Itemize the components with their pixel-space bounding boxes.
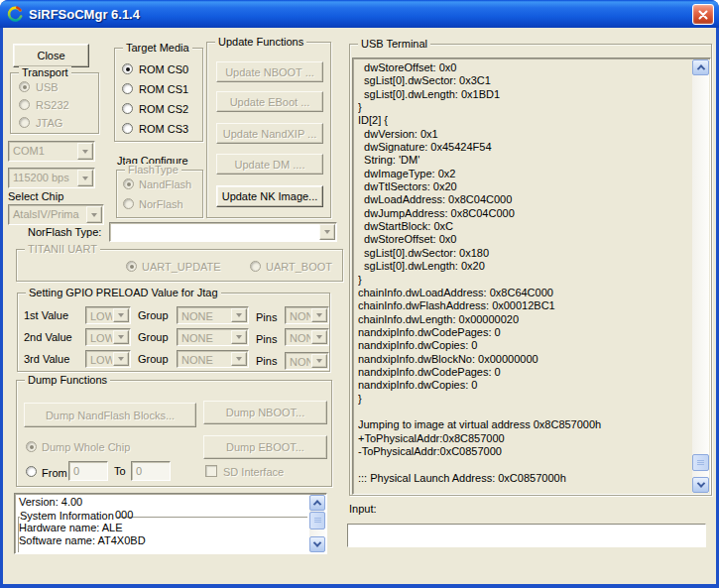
radio-nandflash-label: NandFlash (139, 178, 191, 190)
scrollbar-thumb[interactable] (692, 454, 709, 471)
gpio-row1-pins-select[interactable]: NONE (285, 306, 329, 324)
dump-functions-group: Dump Functions Dump NandFlash Blocks... … (16, 380, 332, 487)
update-dm-button[interactable]: Update DM .... (216, 154, 323, 175)
list-item: Hardware name: ALE (19, 522, 123, 533)
radio-uart-boot-label: UART_BOOT (266, 261, 332, 273)
close-button[interactable]: Close (13, 44, 89, 67)
radio-dump-range[interactable] (26, 466, 37, 477)
radio-nandflash[interactable] (123, 178, 134, 189)
gpio-row3-group-dropdown-button[interactable] (231, 352, 247, 366)
dropdown-arrow-icon (316, 335, 322, 339)
baud-rate-value: 115200 bps (9, 169, 76, 187)
gpio-row2-group-dropdown-button[interactable] (231, 330, 247, 344)
chevron-down-icon (696, 479, 704, 487)
gpio-row1-group-select[interactable]: NONE (177, 306, 249, 324)
radio-rom-cs3[interactable] (122, 123, 133, 134)
gpio-row3-pins-select[interactable]: NONE (285, 352, 329, 370)
dropdown-arrow-icon (82, 150, 88, 154)
terminal-log-text: dwStoreOffset: 0x0 sgList[0].dwSector: 0… (358, 61, 689, 492)
radio-norflash[interactable] (123, 198, 134, 209)
update-nandxip-button[interactable]: Update NandXIP ... (216, 123, 323, 144)
chip-dropdown-button[interactable] (86, 206, 102, 223)
gpio-row3-pins-label: Pins (256, 355, 277, 367)
usb-terminal-group: USB Terminal dwStoreOffset: 0x0 sgList[0… (349, 44, 712, 496)
radio-rom-cs1-label: ROM CS1 (139, 83, 188, 95)
dump-nboot-button[interactable]: Dump NBOOT... (203, 401, 327, 424)
com-port-select[interactable]: COM1 (8, 141, 95, 162)
gpio-row3-value-dropdown-button[interactable] (113, 352, 129, 366)
gpio-row1-pins-dropdown-button[interactable] (311, 308, 327, 322)
radio-uart-boot[interactable] (250, 261, 261, 272)
sd-interface-checkbox[interactable] (205, 465, 217, 477)
gpio-row2-pins-label: Pins (256, 333, 277, 345)
gpio-row2-value-select[interactable]: LOW (85, 328, 131, 346)
gpio-row2-group-label: Group (138, 331, 169, 343)
scroll-down-button[interactable] (692, 477, 709, 493)
update-nk-image-button[interactable]: Update NK Image... (216, 185, 323, 207)
dump-nandflash-blocks-button[interactable]: Dump NandFlash Blocks... (24, 403, 196, 427)
radio-uart-update[interactable] (126, 261, 137, 272)
radio-rom-cs3-label: ROM CS3 (139, 123, 188, 135)
dropdown-arrow-icon (91, 213, 97, 217)
com-port-dropdown-button[interactable] (77, 143, 93, 160)
dump-to-field[interactable] (131, 461, 171, 481)
radio-jtag-label: JTAG (36, 117, 62, 129)
titlebar[interactable]: SiRFSoCMgr 6.1.4 (0, 0, 719, 28)
chevron-down-icon (313, 538, 321, 546)
norflash-type-select[interactable] (109, 222, 337, 242)
terminal-output-area[interactable]: dwStoreOffset: 0x0 sgList[0].dwSector: 0… (352, 58, 711, 495)
radio-dump-whole-chip[interactable] (26, 441, 37, 452)
baud-rate-select[interactable]: 115200 bps (8, 168, 95, 188)
system-info-listbox[interactable]: Version: 4.00 System Information 000 Har… (14, 493, 327, 554)
gpio-row1-value-select[interactable]: LOW (85, 306, 131, 324)
scroll-down-button[interactable] (309, 536, 325, 552)
radio-usb[interactable] (19, 81, 30, 92)
dump-from-label: From (42, 467, 67, 479)
terminal-input-field[interactable] (348, 525, 705, 546)
gpio-row1-group-dropdown-button[interactable] (231, 308, 247, 322)
gpio-row3-label: 3rd Value (24, 353, 69, 365)
radio-rs232[interactable] (19, 99, 30, 110)
terminal-scrollbar[interactable] (692, 59, 709, 493)
gpio-row3-value-select[interactable]: LOW (85, 350, 131, 368)
sd-interface-label: SD Interface (223, 466, 284, 478)
gpio-row1-pins-label: Pins (256, 311, 277, 323)
list-item: Version: 4.00 (19, 496, 82, 508)
scrollbar-thumb[interactable] (309, 512, 325, 529)
transport-group-label: Transport (19, 66, 71, 78)
gpio-row3-group-value: NONE (178, 351, 230, 367)
gpio-row2-pins-value: NONE (286, 329, 310, 345)
com-port-value: COM1 (9, 142, 76, 161)
radio-rom-cs0-label: ROM CS0 (139, 63, 188, 75)
update-nboot-button[interactable]: Update NBOOT ... (216, 61, 323, 82)
list-item: Software name: AT4X0BD (19, 534, 146, 546)
radio-rom-cs0[interactable] (122, 63, 133, 74)
dropdown-arrow-icon (324, 230, 330, 234)
radio-rom-cs2[interactable] (122, 103, 133, 114)
dump-from-field[interactable] (68, 461, 108, 481)
gpio-row3-group-select[interactable]: NONE (177, 350, 249, 368)
gpio-row3-pins-dropdown-button[interactable] (311, 354, 327, 368)
transport-group: Transport USB RS232 JTAG (10, 72, 99, 134)
close-window-button[interactable] (692, 4, 714, 25)
gpio-row2-pins-select[interactable]: NONE (285, 328, 329, 346)
chip-select[interactable]: AtalsIV/Prima (8, 204, 104, 225)
gpio-row2-group-select[interactable]: NONE (177, 328, 249, 346)
norflash-type-dropdown-button[interactable] (319, 224, 335, 240)
gpio-row3-value: LOW (86, 351, 112, 367)
scroll-up-button[interactable] (309, 495, 325, 511)
gpio-row2-value: LOW (86, 329, 112, 345)
sysinfo-scrollbar[interactable] (309, 495, 325, 552)
gpio-row2-pins-dropdown-button[interactable] (311, 330, 327, 344)
gpio-row1-value-dropdown-button[interactable] (113, 308, 129, 322)
update-eboot-button[interactable]: Update EBoot ... (216, 91, 323, 112)
radio-jtag[interactable] (19, 117, 30, 128)
gpio-row2-value-dropdown-button[interactable] (113, 330, 129, 344)
gpio-preload-group-label: Setting GPIO PRELOAD Value for Jtag (26, 287, 221, 298)
radio-rom-cs1[interactable] (122, 83, 133, 94)
scroll-up-button[interactable] (692, 59, 709, 75)
baud-rate-dropdown-button[interactable] (77, 170, 93, 186)
flashtype-group: FlashType NandFlash NorFlash (116, 170, 203, 218)
update-functions-group: Update Functions Update NBOOT ... Update… (206, 42, 331, 218)
dump-eboot-button[interactable]: Dump EBOOT... (203, 435, 327, 459)
